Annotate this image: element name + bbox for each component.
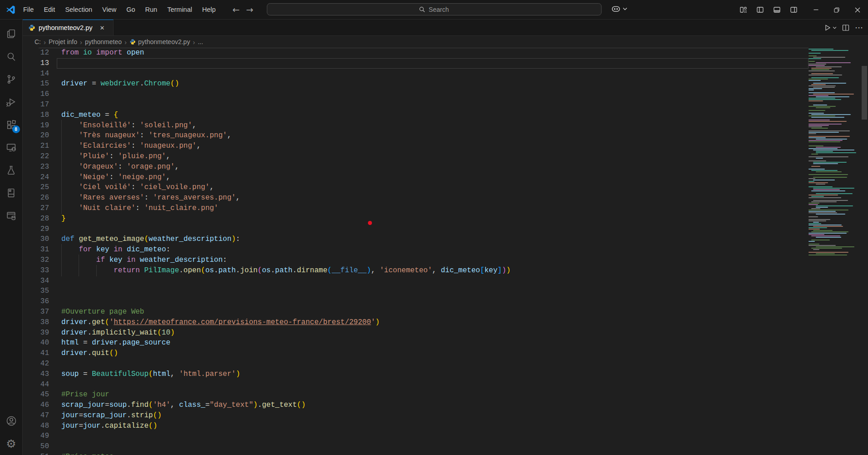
line-number[interactable]: 40: [23, 338, 49, 348]
code-line[interactable]: 43soup = BeautifulSoup(html, 'html.parse…: [23, 369, 808, 380]
line-number[interactable]: 35: [23, 286, 49, 296]
line-number[interactable]: 18: [23, 110, 49, 120]
code-line[interactable]: 15driver = webdriver.Chrome(): [23, 79, 808, 89]
code-line[interactable]: 39driver.implicitly_wait(10): [23, 328, 808, 338]
code-line[interactable]: 27 'Nuit claire': 'nuit_claire.png': [23, 203, 808, 214]
code-line[interactable]: 18dic_meteo = {: [23, 110, 808, 120]
line-number[interactable]: 27: [23, 203, 49, 214]
code-line[interactable]: 29: [23, 224, 808, 235]
toggle-primary-sidebar-icon[interactable]: [754, 4, 766, 16]
breadcrumb-file[interactable]: pythonmeteov2.py: [129, 38, 190, 45]
line-number[interactable]: 48: [23, 421, 49, 431]
line-number[interactable]: 21: [23, 141, 49, 151]
line-number[interactable]: 30: [23, 234, 49, 245]
code-line[interactable]: 14: [23, 69, 808, 79]
menu-help[interactable]: Help: [197, 0, 221, 20]
line-number[interactable]: 38: [23, 317, 49, 328]
line-number[interactable]: 33: [23, 265, 49, 276]
line-number[interactable]: 47: [23, 410, 49, 421]
menu-run[interactable]: Run: [140, 0, 163, 20]
code-lines[interactable]: 12from io import open131415driver = webd…: [23, 48, 808, 455]
line-number[interactable]: 36: [23, 296, 49, 307]
tab-close-icon[interactable]: ✕: [99, 24, 106, 32]
line-number[interactable]: 31: [23, 245, 49, 255]
vertical-scrollbar[interactable]: [861, 48, 868, 455]
code-line[interactable]: 47jour=scrap_jour.strip(): [23, 410, 808, 421]
settings-gear-icon[interactable]: ⚙: [0, 432, 23, 455]
remote-explorer-icon[interactable]: [0, 136, 23, 159]
line-number[interactable]: 12: [23, 48, 49, 58]
menu-selection[interactable]: Selection: [60, 0, 97, 20]
command-center-search[interactable]: Search: [267, 3, 601, 15]
toggle-secondary-sidebar-icon[interactable]: [787, 4, 800, 16]
code-line[interactable]: 19 'Ensoleillé': 'soleil.png',: [23, 120, 808, 131]
code-line[interactable]: 32 if key in weather_description:: [23, 255, 808, 265]
menu-go[interactable]: Go: [121, 0, 140, 20]
line-number[interactable]: 25: [23, 182, 49, 193]
line-number[interactable]: 19: [23, 120, 49, 131]
code-line[interactable]: 46scrap_jour=soup.find('h4', class_="day…: [23, 400, 808, 410]
line-number[interactable]: 26: [23, 193, 49, 203]
code-line[interactable]: 37#Ouverture page Web: [23, 307, 808, 317]
line-number[interactable]: 32: [23, 255, 49, 265]
code-line[interactable]: 38driver.get('https://meteofrance.com/pr…: [23, 317, 808, 328]
database-view-icon[interactable]: [0, 204, 23, 227]
code-line[interactable]: 21 'Eclaircies': 'nuageux.png',: [23, 141, 808, 151]
code-editor[interactable]: 12from io import open131415driver = webd…: [23, 48, 868, 455]
line-number[interactable]: 42: [23, 359, 49, 369]
scrollbar-thumb[interactable]: [862, 66, 867, 120]
code-line[interactable]: 36: [23, 296, 808, 307]
breadcrumb-symbol-ellipsis[interactable]: ...: [198, 38, 203, 45]
line-number[interactable]: 43: [23, 369, 49, 380]
minimap[interactable]: [808, 48, 861, 262]
line-number[interactable]: 28: [23, 214, 49, 224]
code-line[interactable]: 17: [23, 100, 808, 110]
line-number[interactable]: 50: [23, 441, 49, 452]
forward-arrow-icon[interactable]: →: [246, 5, 253, 15]
code-line[interactable]: 12from io import open: [23, 48, 808, 58]
line-number[interactable]: 13: [23, 58, 49, 69]
line-number[interactable]: 41: [23, 348, 49, 359]
extensions-icon[interactable]: 8: [0, 113, 23, 136]
line-number[interactable]: 16: [23, 89, 49, 100]
code-line[interactable]: 44: [23, 380, 808, 390]
breadcrumb-folder[interactable]: pythonmeteo: [85, 38, 122, 45]
line-number[interactable]: 39: [23, 328, 49, 338]
code-line[interactable]: 41driver.quit(): [23, 348, 808, 359]
line-number[interactable]: 24: [23, 172, 49, 183]
customize-layout-icon[interactable]: [737, 4, 749, 16]
menu-terminal[interactable]: Terminal: [162, 0, 197, 20]
code-line[interactable]: 35: [23, 286, 808, 296]
breadcrumb-drive[interactable]: C:: [35, 38, 41, 45]
code-line[interactable]: 51#Prise meteo: [23, 452, 808, 455]
menu-file[interactable]: File: [18, 0, 39, 20]
line-number[interactable]: 23: [23, 162, 49, 172]
code-line[interactable]: 33 return PilImage.open(os.path.join(os.…: [23, 265, 808, 276]
code-line[interactable]: 45#Prise jour: [23, 390, 808, 400]
breadcrumb-folder[interactable]: Projet info: [49, 38, 77, 45]
line-number[interactable]: 29: [23, 224, 49, 235]
code-line[interactable]: 24 'Neige': 'neige.png',: [23, 172, 808, 183]
tab-pythonmeteov2[interactable]: pythonmeteov2.py ✕: [23, 20, 114, 35]
line-number[interactable]: 22: [23, 151, 49, 162]
run-python-file-icon[interactable]: [824, 24, 837, 31]
menu-view[interactable]: View: [97, 0, 121, 20]
code-line[interactable]: 13: [23, 58, 808, 69]
code-line[interactable]: 48jour=jour.capitalize(): [23, 421, 808, 431]
copilot-button[interactable]: [611, 4, 627, 14]
code-line[interactable]: 34: [23, 276, 808, 286]
code-line[interactable]: 20 'Très nuageux': 'tres_nuageux.png',: [23, 130, 808, 141]
close-icon[interactable]: [847, 0, 868, 20]
code-line[interactable]: 49: [23, 431, 808, 441]
code-line[interactable]: 25 'Ciel voilé': 'ciel_voile.png',: [23, 182, 808, 193]
code-line[interactable]: 22 'Pluie': 'pluie.png',: [23, 151, 808, 162]
menu-edit[interactable]: Edit: [39, 0, 60, 20]
account-icon[interactable]: [0, 410, 23, 432]
restore-icon[interactable]: [826, 0, 847, 20]
split-editor-icon[interactable]: [842, 24, 849, 31]
line-number[interactable]: 20: [23, 130, 49, 141]
code-line[interactable]: 28}: [23, 214, 808, 224]
line-number[interactable]: 34: [23, 276, 49, 286]
line-number[interactable]: 14: [23, 69, 49, 79]
source-control-icon[interactable]: [0, 68, 23, 90]
